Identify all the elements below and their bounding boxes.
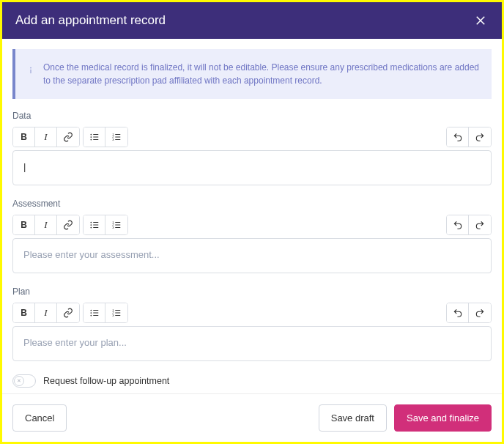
undo-icon	[453, 308, 463, 318]
ordered-list-button[interactable]	[105, 303, 127, 322]
redo-button[interactable]	[469, 127, 491, 147]
modal-title: Add an appointment record	[15, 13, 166, 28]
close-button[interactable]	[472, 12, 489, 29]
link-icon	[63, 308, 73, 318]
followup-toggle-row: Request follow-up appointment	[12, 374, 492, 388]
section-plan: Plan B I Please enter your plan...	[12, 286, 492, 361]
section-plan-label: Plan	[12, 286, 492, 297]
modal-footer: Cancel Save draft Save and finalize	[2, 393, 502, 442]
assessment-editor[interactable]: Please enter your assessment...	[12, 238, 492, 273]
bold-button[interactable]: B	[13, 303, 35, 322]
redo-icon	[475, 132, 485, 142]
toolbar-data: B I	[12, 127, 492, 147]
section-assessment: Assessment B I Please enter your assessm…	[12, 199, 492, 273]
cancel-button[interactable]: Cancel	[12, 404, 67, 432]
data-editor[interactable]: |	[12, 150, 492, 185]
redo-icon	[475, 220, 485, 230]
ordered-list-button[interactable]	[105, 215, 127, 234]
bold-button[interactable]: B	[13, 215, 35, 234]
followup-toggle[interactable]	[12, 374, 36, 388]
bold-button[interactable]: B	[13, 127, 35, 147]
link-button[interactable]	[57, 215, 79, 234]
unordered-list-button[interactable]	[84, 303, 105, 322]
undo-button[interactable]	[447, 215, 469, 234]
unordered-list-icon	[89, 308, 100, 318]
undo-icon	[453, 132, 463, 142]
link-icon	[63, 220, 73, 230]
section-data: Data B I |	[12, 111, 492, 185]
modal-header: Add an appointment record	[2, 2, 502, 39]
ordered-list-icon	[111, 308, 122, 318]
toolbar-plan: B I	[12, 303, 492, 323]
redo-icon	[475, 308, 485, 318]
unordered-list-button[interactable]	[84, 127, 105, 147]
toolbar-assessment: B I	[12, 215, 492, 235]
ordered-list-icon	[111, 220, 122, 230]
italic-button[interactable]: I	[35, 303, 57, 322]
link-button[interactable]	[57, 303, 79, 322]
link-icon	[63, 132, 73, 142]
save-draft-button[interactable]: Save draft	[319, 404, 387, 432]
save-finalize-button[interactable]: Save and finalize	[394, 404, 492, 432]
info-banner-text: Once the medical record is finalized, it…	[43, 62, 479, 86]
section-data-label: Data	[12, 111, 492, 121]
undo-icon	[453, 220, 463, 230]
redo-button[interactable]	[469, 215, 491, 234]
italic-button[interactable]: I	[35, 215, 57, 234]
undo-button[interactable]	[447, 303, 469, 322]
followup-toggle-label: Request follow-up appointment	[43, 376, 169, 386]
unordered-list-button[interactable]	[84, 215, 105, 234]
ordered-list-icon	[111, 132, 122, 142]
italic-button[interactable]: I	[35, 127, 57, 147]
link-button[interactable]	[57, 127, 79, 147]
section-assessment-label: Assessment	[12, 199, 492, 209]
redo-button[interactable]	[469, 303, 491, 322]
info-icon	[26, 65, 36, 79]
info-banner: Once the medical record is finalized, it…	[12, 49, 492, 99]
undo-button[interactable]	[447, 127, 469, 147]
ordered-list-button[interactable]	[105, 127, 127, 147]
close-icon	[474, 14, 487, 27]
unordered-list-icon	[89, 132, 100, 142]
plan-editor[interactable]: Please enter your plan...	[12, 326, 492, 361]
unordered-list-icon	[89, 220, 100, 230]
